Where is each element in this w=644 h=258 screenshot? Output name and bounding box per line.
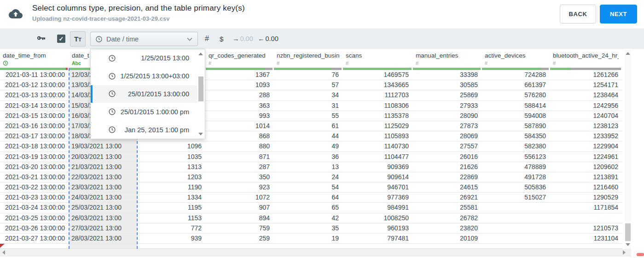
- column-include-checkbox[interactable]: ✓: [57, 35, 65, 43]
- next-button[interactable]: NEXT: [600, 5, 637, 23]
- table-cell[interactable]: 21626: [413, 162, 482, 172]
- table-cell[interactable]: 26/03/2021 13:00: [69, 213, 137, 223]
- horizontal-scrollbar[interactable]: [0, 249, 631, 257]
- date-format-option[interactable]: Jan 25, 2015 1:00 pm: [91, 121, 205, 139]
- table-cell[interactable]: 505836: [482, 182, 550, 192]
- table-cell[interactable]: 23820: [413, 223, 482, 233]
- table-cell[interactable]: 588414: [482, 101, 550, 111]
- table-cell[interactable]: 61: [274, 121, 343, 131]
- table-cell[interactable]: 1238464: [550, 90, 622, 100]
- table-cell[interactable]: 576280: [482, 90, 550, 100]
- table-cell[interactable]: 960193: [343, 223, 413, 233]
- column-header-date_time_from[interactable]: date_time_from: [0, 49, 69, 70]
- column-header-nzbn_registered_busine[interactable]: nzbn_registered_busine#: [274, 49, 343, 70]
- table-cell[interactable]: 27873: [413, 121, 482, 131]
- table-cell[interactable]: 1254171: [550, 80, 622, 90]
- table-cell[interactable]: 57: [274, 80, 343, 90]
- table-cell[interactable]: 868: [206, 131, 274, 141]
- table-cell[interactable]: 1367: [206, 70, 274, 80]
- table-cell[interactable]: 1240704: [550, 111, 622, 121]
- table-cell[interactable]: 909614: [343, 172, 413, 182]
- table-cell[interactable]: 25/03/2021 13:00: [69, 203, 137, 212]
- table-cell[interactable]: 1035: [137, 152, 206, 162]
- table-cell[interactable]: 2021-03-18 13:00:00: [0, 141, 69, 151]
- table-cell[interactable]: 20109: [413, 234, 482, 243]
- table-cell[interactable]: 33398: [413, 70, 482, 80]
- table-cell[interactable]: 1072: [206, 193, 274, 202]
- scroll-right-button[interactable]: [623, 250, 626, 255]
- table-cell[interactable]: 1203: [137, 172, 206, 182]
- table-cell[interactable]: 2021-03-24 13:00:00: [0, 203, 69, 212]
- table-cell[interactable]: 24615: [413, 182, 482, 192]
- table-cell[interactable]: 587890: [482, 121, 550, 131]
- table-cell[interactable]: 19: [274, 234, 343, 243]
- table-cell[interactable]: 984991: [343, 203, 413, 212]
- table-cell[interactable]: [482, 203, 550, 212]
- table-cell[interactable]: 907: [206, 203, 274, 212]
- table-cell[interactable]: 49: [274, 141, 343, 151]
- table-cell[interactable]: 259: [206, 234, 274, 243]
- date-format-option[interactable]: 1/25/2015 13:00+03:00: [91, 67, 205, 85]
- table-cell[interactable]: 1096: [137, 141, 206, 151]
- table-cell[interactable]: 20/03/2021 13:00: [69, 152, 137, 162]
- table-cell[interactable]: 1231104: [550, 234, 622, 243]
- table-cell[interactable]: 55: [274, 111, 343, 121]
- table-cell[interactable]: 923: [206, 182, 274, 192]
- column-header-bluetooth_active_24_hr_[interactable]: bluetooth_active_24_hr_#: [550, 49, 622, 70]
- datetime-format-select[interactable]: Date / time: [90, 32, 198, 46]
- table-cell[interactable]: 2021-03-21 13:00:00: [0, 172, 69, 182]
- table-cell[interactable]: [482, 223, 550, 233]
- table-cell[interactable]: 76: [274, 70, 343, 80]
- column-header-scans[interactable]: scans#: [343, 49, 413, 70]
- table-cell[interactable]: 556123: [482, 152, 550, 162]
- table-cell[interactable]: 1233952: [550, 131, 622, 141]
- table-cell[interactable]: 1195: [137, 203, 206, 212]
- table-cell[interactable]: 2021-03-26 13:00:00: [0, 223, 69, 233]
- table-cell[interactable]: 724288: [482, 70, 550, 80]
- table-cell[interactable]: 22/03/2021 13:00: [69, 172, 137, 182]
- table-cell[interactable]: 661397: [482, 80, 550, 90]
- table-cell[interactable]: 288: [206, 90, 274, 100]
- table-cell[interactable]: 363: [206, 101, 274, 111]
- table-cell[interactable]: 28/03/2021 13:00: [69, 234, 137, 243]
- table-cell[interactable]: 26016: [413, 152, 482, 162]
- table-cell[interactable]: 1224961: [550, 152, 622, 162]
- table-cell[interactable]: 993: [206, 111, 274, 121]
- table-cell[interactable]: 1008250: [343, 213, 413, 223]
- table-cell[interactable]: 31: [274, 101, 343, 111]
- number-type-button[interactable]: #: [205, 29, 209, 49]
- table-cell[interactable]: 2021-03-14 13:00:00: [0, 101, 69, 111]
- table-cell[interactable]: 13: [274, 162, 343, 172]
- table-cell[interactable]: 1213891: [550, 172, 622, 182]
- table-cell[interactable]: 30585: [413, 80, 482, 90]
- column-header-active_devices[interactable]: active_devices#: [482, 49, 550, 70]
- table-cell[interactable]: 1093: [206, 80, 274, 90]
- scrollbar-thumb[interactable]: [625, 223, 631, 241]
- date-format-option[interactable]: 1/25/2015 13:00: [91, 49, 205, 67]
- table-cell[interactable]: 24: [274, 172, 343, 182]
- table-cell[interactable]: 880: [206, 141, 274, 151]
- table-cell[interactable]: 1125029: [343, 121, 413, 131]
- table-cell[interactable]: 21/03/2021 13:00: [69, 162, 137, 172]
- table-cell[interactable]: [482, 213, 550, 223]
- table-cell[interactable]: 64: [274, 193, 343, 202]
- table-cell[interactable]: 2021-03-17 13:00:00: [0, 131, 69, 141]
- table-cell[interactable]: 1229904: [550, 141, 622, 151]
- table-cell[interactable]: 1334: [137, 193, 206, 202]
- table-cell[interactable]: 2021-03-22 13:00:00: [0, 182, 69, 192]
- table-cell[interactable]: 1153: [137, 213, 206, 223]
- table-cell[interactable]: 478889: [482, 162, 550, 172]
- decimal-increase-button[interactable]: ← 0.00: [258, 29, 278, 49]
- table-cell[interactable]: 1108306: [343, 101, 413, 111]
- table-cell[interactable]: 977369: [343, 193, 413, 202]
- table-cell[interactable]: 27933: [413, 101, 482, 111]
- table-cell[interactable]: 28069: [413, 131, 482, 141]
- table-cell[interactable]: 26782: [413, 213, 482, 223]
- table-cell[interactable]: 36: [274, 152, 343, 162]
- table-cell[interactable]: 797481: [343, 234, 413, 243]
- table-cell[interactable]: 2021-03-12 13:00:00: [0, 80, 69, 90]
- table-cell[interactable]: [550, 213, 622, 223]
- table-cell[interactable]: 946701: [343, 182, 413, 192]
- column-header-manual_entries[interactable]: manual_entries#: [413, 49, 482, 70]
- table-cell[interactable]: 759: [206, 223, 274, 233]
